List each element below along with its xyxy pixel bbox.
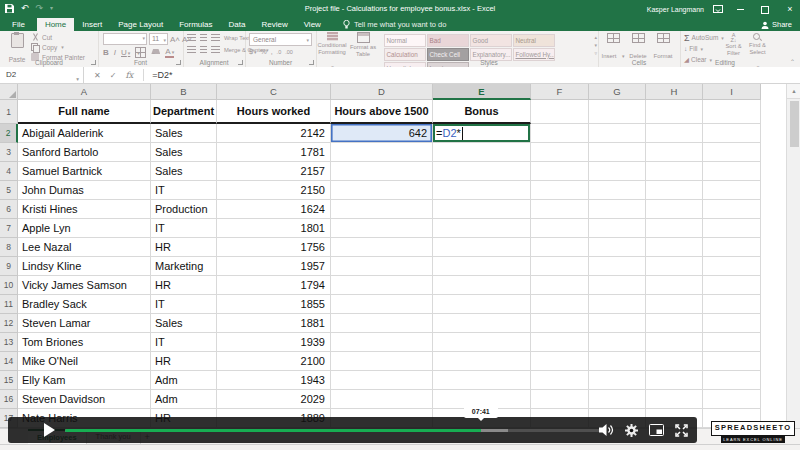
close-button[interactable]: × — [782, 0, 798, 18]
cell[interactable] — [531, 295, 589, 314]
cell-E14[interactable] — [433, 352, 531, 371]
cell-C5[interactable]: 2150 — [217, 181, 331, 200]
align-right-icon[interactable] — [211, 46, 220, 53]
cell-A15[interactable]: Elly Kam — [18, 371, 151, 390]
font-color-icon[interactable]: A — [165, 48, 174, 58]
cell-E11[interactable] — [433, 295, 531, 314]
scroll-up-icon[interactable]: ▲ — [787, 84, 800, 99]
cell[interactable] — [703, 100, 761, 124]
select-all-corner[interactable] — [0, 84, 18, 100]
cell[interactable] — [703, 200, 761, 219]
cell-D13[interactable] — [331, 333, 433, 352]
collapse-ribbon-icon[interactable]: ⌃ — [790, 58, 795, 65]
cell-E8[interactable] — [433, 238, 531, 257]
cell[interactable] — [531, 181, 589, 200]
decrease-decimal-icon[interactable]: .00 — [285, 49, 293, 55]
bold-button[interactable]: B — [103, 48, 109, 57]
cell[interactable] — [646, 100, 703, 124]
tell-me-box[interactable]: Tell me what you want to do — [343, 18, 447, 31]
cell-C2[interactable]: 2142 — [217, 124, 331, 143]
cell[interactable] — [646, 162, 703, 181]
cell-C3[interactable]: 1781 — [217, 143, 331, 162]
font-name-combobox[interactable] — [103, 33, 147, 45]
cell-E7[interactable] — [433, 219, 531, 238]
cell-D14[interactable] — [331, 352, 433, 371]
cell[interactable] — [703, 352, 761, 371]
cell[interactable] — [646, 352, 703, 371]
cell-E9[interactable] — [433, 257, 531, 276]
cell[interactable] — [589, 352, 646, 371]
cell-A3[interactable]: Sanford Bartolo — [18, 143, 151, 162]
vertical-scrollbar[interactable]: ▲ — [786, 84, 800, 428]
volume-icon[interactable] — [599, 424, 614, 436]
cell-D7[interactable] — [331, 219, 433, 238]
copy-button[interactable]: Copy — [31, 43, 85, 51]
cell-E3[interactable] — [433, 143, 531, 162]
cell-E12[interactable] — [433, 314, 531, 333]
cell-E4[interactable] — [433, 162, 531, 181]
cell-D12[interactable] — [331, 314, 433, 333]
cell-C6[interactable]: 1624 — [217, 200, 331, 219]
cell[interactable] — [589, 124, 646, 143]
row-header-13[interactable]: 13 — [0, 333, 18, 352]
cell-style-bad[interactable]: Bad — [427, 34, 469, 47]
cell-D10[interactable] — [331, 276, 433, 295]
cell-A5[interactable]: John Dumas — [18, 181, 151, 200]
cell[interactable] — [703, 333, 761, 352]
cell-A8[interactable]: Lee Nazal — [18, 238, 151, 257]
formula-input[interactable]: =D2* — [152, 70, 172, 80]
cell-B4[interactable]: Sales — [151, 162, 217, 181]
orientation-icon[interactable] — [211, 34, 220, 41]
increase-decimal-icon[interactable]: .0 — [277, 49, 282, 55]
row-header-15[interactable]: 15 — [0, 371, 18, 390]
column-header-A[interactable]: A — [18, 84, 151, 100]
ribbon-tab-page-layout[interactable]: Page Layout — [110, 18, 171, 31]
cell-A2[interactable]: Abigail Aalderink — [18, 124, 151, 143]
cell-C16[interactable]: 2029 — [217, 390, 331, 409]
borders-icon[interactable] — [135, 47, 146, 58]
underline-button[interactable]: U — [121, 48, 130, 57]
cell[interactable] — [531, 276, 589, 295]
grow-font-icon[interactable]: A˄ — [170, 35, 180, 44]
header-cell-D1[interactable]: Hours above 1500 — [331, 100, 433, 124]
cell[interactable] — [589, 143, 646, 162]
header-cell-B1[interactable]: Department — [151, 100, 217, 124]
number-format-combobox[interactable]: General — [249, 33, 312, 46]
column-header-C[interactable]: C — [217, 84, 331, 100]
cell-D15[interactable] — [331, 371, 433, 390]
cell-E15[interactable] — [433, 371, 531, 390]
cell-D8[interactable] — [331, 238, 433, 257]
header-cell-E1[interactable]: Bonus — [433, 100, 531, 124]
row-header-5[interactable]: 5 — [0, 181, 18, 200]
minimize-button[interactable] — [732, 0, 748, 18]
align-top-icon[interactable] — [187, 34, 196, 41]
column-header-G[interactable]: G — [589, 84, 646, 100]
cancel-icon[interactable]: ✕ — [94, 71, 101, 80]
row-header-1[interactable]: 1 — [0, 100, 18, 124]
cell[interactable] — [531, 314, 589, 333]
cell-A13[interactable]: Tom Briones — [18, 333, 151, 352]
row-header-7[interactable]: 7 — [0, 219, 18, 238]
cell[interactable] — [589, 371, 646, 390]
cell[interactable] — [703, 181, 761, 200]
cell[interactable] — [589, 100, 646, 124]
cell[interactable] — [703, 219, 761, 238]
cell[interactable] — [589, 162, 646, 181]
cell-E6[interactable] — [433, 200, 531, 219]
settings-gear-icon[interactable] — [625, 424, 638, 437]
ribbon-tab-insert[interactable]: Insert — [74, 18, 110, 31]
row-header-11[interactable]: 11 — [0, 295, 18, 314]
cell-A12[interactable]: Steven Lamar — [18, 314, 151, 333]
cell-A9[interactable]: Lindsy Kline — [18, 257, 151, 276]
fullscreen-icon[interactable] — [675, 424, 688, 437]
accounting-format-icon[interactable]: $ — [249, 48, 256, 55]
cell-C10[interactable]: 1794 — [217, 276, 331, 295]
cell[interactable] — [589, 314, 646, 333]
cell-C15[interactable]: 1943 — [217, 371, 331, 390]
row-header-2[interactable]: 2 — [0, 124, 18, 143]
ribbon-tab-formulas[interactable]: Formulas — [171, 18, 220, 31]
cell-A6[interactable]: Kristi Hines — [18, 200, 151, 219]
cell-style-good[interactable]: Good — [470, 34, 512, 47]
cell[interactable] — [646, 257, 703, 276]
header-cell-C1[interactable]: Hours worked — [217, 100, 331, 124]
